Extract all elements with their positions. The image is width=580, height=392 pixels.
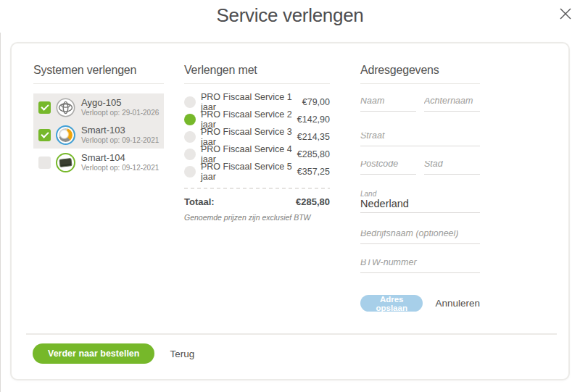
system-checkbox[interactable]	[38, 129, 51, 141]
option-row-5-jaar[interactable]: PRO Fiscaal Service 5 jaar €357,25	[184, 163, 330, 180]
system-expiry: Verloopt op: 29-01-2026	[81, 109, 159, 117]
option-price: €79,00	[302, 97, 330, 107]
system-expiry: Verloopt op: 09-12-2021	[81, 137, 159, 144]
option-price: €357,25	[297, 167, 330, 177]
footer-divider	[26, 333, 557, 335]
system-checkbox[interactable]	[38, 157, 51, 169]
option-radio[interactable]	[184, 131, 196, 143]
option-row-2-jaar[interactable]: PRO Fiscaal Service 2 jaar €142,90	[184, 111, 330, 128]
sphere-logo-icon	[56, 125, 75, 145]
system-expiry: Verloopt op: 09-12-2021	[81, 164, 159, 172]
system-name: Smart-103	[81, 125, 159, 135]
option-row-1-jaar[interactable]: PRO Fiscaal Service 1 jaar €79,00	[184, 93, 330, 111]
vat-number-field[interactable]	[360, 259, 480, 273]
systems-list: Aygo-105 Verloopt op: 29-01-2026 Smart-1…	[33, 93, 164, 176]
vat-note: Genoemde prijzen zijn exclusief BTW	[184, 213, 330, 222]
systems-heading: Systemen verlengen	[33, 64, 164, 77]
country-field[interactable]	[360, 199, 480, 213]
system-checkbox[interactable]	[38, 101, 51, 114]
postal-code-field[interactable]	[360, 161, 416, 175]
total-row: Totaal: €285,80	[184, 196, 330, 207]
total-dashed-divider	[184, 188, 330, 189]
system-row-smart-104[interactable]: Smart-104 Verloopt op: 09-12-2021	[33, 149, 164, 176]
option-radio[interactable]	[184, 149, 196, 160]
cancel-link[interactable]: Annuleren	[435, 298, 480, 309]
options-column: Verlengen met PRO Fiscaal Service 1 jaar…	[184, 64, 330, 222]
options-heading: Verlengen met	[184, 64, 330, 77]
system-name: Aygo-105	[81, 98, 159, 107]
option-label: PRO Fiscaal Service 5 jaar	[201, 162, 297, 182]
option-radio[interactable]	[184, 96, 196, 108]
option-price: €142,90	[297, 114, 330, 125]
company-name-field[interactable]	[360, 230, 480, 244]
system-row-aygo-105[interactable]: Aygo-105 Verloopt op: 29-01-2026	[33, 93, 164, 121]
system-name: Smart-104	[81, 153, 159, 162]
total-value: €285,80	[296, 196, 330, 207]
first-name-field[interactable]	[360, 98, 416, 112]
modal-title: Service verlengen	[0, 4, 580, 27]
modal-panel: Systemen verlengen Aygo-105 Verloopt op:…	[10, 42, 570, 380]
option-price: €214,35	[297, 132, 330, 142]
back-link[interactable]: Terug	[170, 349, 194, 359]
options-list: PRO Fiscaal Service 1 jaar €79,00 PRO Fi…	[184, 93, 330, 180]
last-name-field[interactable]	[424, 98, 480, 112]
option-radio[interactable]	[184, 166, 196, 178]
country-label: Land	[360, 190, 480, 198]
system-row-smart-103[interactable]: Smart-103 Verloopt op: 09-12-2021	[33, 121, 164, 149]
option-price: €285,80	[297, 149, 330, 159]
page-edge-divider	[0, 33, 1, 392]
option-row-3-jaar[interactable]: PRO Fiscaal Service 3 jaar €214,35	[184, 128, 330, 146]
total-label: Totaal:	[184, 196, 296, 207]
close-icon[interactable]	[558, 7, 573, 21]
toyota-logo-icon	[56, 98, 75, 117]
systems-column: Systemen verlengen Aygo-105 Verloopt op:…	[33, 64, 164, 176]
street-field[interactable]	[360, 133, 480, 146]
continue-to-order-button[interactable]: Verder naar bestellen	[33, 343, 154, 364]
address-heading: Adresgegevens	[360, 64, 480, 77]
option-radio[interactable]	[184, 114, 196, 125]
options-divider	[184, 83, 330, 84]
address-divider	[360, 83, 480, 84]
option-row-4-jaar[interactable]: PRO Fiscaal Service 4 jaar €285,80	[184, 146, 330, 163]
systems-divider	[33, 83, 164, 84]
address-column: Adresgegevens Land Adres opslaan A	[360, 64, 480, 325]
trafficjack-logo-icon	[56, 153, 75, 172]
save-address-button[interactable]: Adres opslaan	[360, 295, 423, 312]
city-field[interactable]	[424, 161, 480, 175]
